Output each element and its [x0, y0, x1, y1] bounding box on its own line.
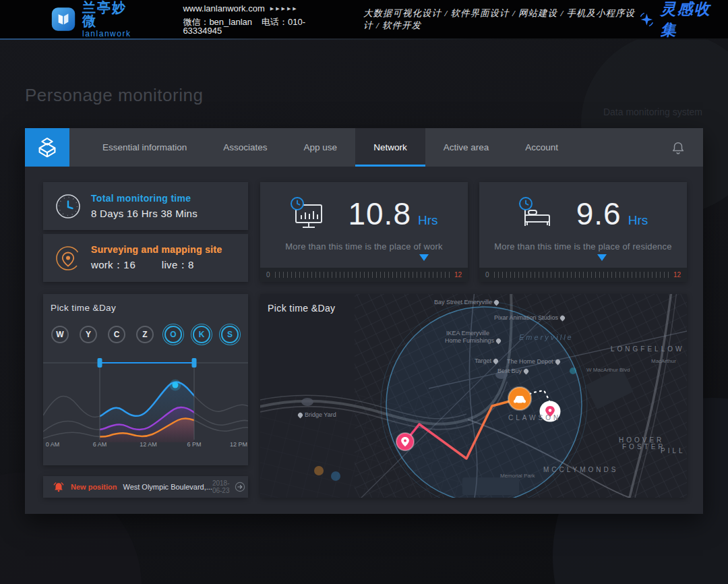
data-point-marker[interactable] — [173, 382, 179, 388]
work-hours-value: 10.8 — [348, 196, 411, 232]
x-tick: 0 AM — [46, 441, 60, 448]
live-label: live： — [162, 259, 188, 270]
home-module-button[interactable] — [25, 128, 69, 167]
ruler-max: 12 — [454, 271, 462, 279]
alert-address: West Olympic Boulevard,... — [123, 483, 212, 491]
dashboard-panel: Essential information Associates App use… — [25, 128, 703, 514]
time-day-picker-card: Pick time &Day W Y C Z O K S — [43, 294, 248, 465]
book-logo-icon — [51, 5, 75, 33]
bed-clock-icon — [518, 196, 556, 231]
surveying-title: Surveying and mapping site — [91, 244, 222, 255]
ruler-min: 0 — [266, 271, 270, 279]
brand-logo: 兰亭妙微 lanlanwork — [51, 1, 134, 38]
work-hours-card: 10.8 Hrs More than this time is the plac… — [260, 182, 468, 282]
live-value: 8 — [188, 259, 194, 270]
tab-bar: Essential information Associates App use… — [25, 128, 703, 167]
promo-banner: 兰亭妙微 lanlanwork www.lanlanwork.com ▶▶▶▶▶… — [0, 0, 728, 38]
page-title: Personage monitoring — [25, 85, 203, 106]
services-text: 大数据可视化设计 / 软件界面设计 / 网站建设 / 手机及小程序设计 / 软件… — [363, 7, 638, 32]
x-tick: 6 AM — [93, 441, 107, 448]
residence-hours-caption: More than this time is the place of resi… — [479, 241, 687, 252]
ruler-min: 0 — [485, 271, 489, 279]
residence-hours-card: 9.6 Hrs More than this time is the place… — [479, 182, 687, 282]
alarm-icon — [53, 481, 65, 493]
collect-text: 灵感收集 — [661, 0, 716, 40]
ruler-ticks — [275, 272, 450, 278]
residence-hours-unit: Hrs — [628, 213, 648, 228]
range-handle-left[interactable] — [98, 358, 102, 368]
tab-app-use[interactable]: App use — [286, 128, 356, 167]
residence-gauge-ruler[interactable]: 0 12 — [479, 268, 687, 282]
residence-hours-value: 9.6 — [576, 196, 621, 232]
surveying-row: Surveying and mapping site work：16live：8 — [43, 234, 248, 282]
total-monitoring-row: Total monitoring time 8 Days 16 Hrs 38 M… — [43, 182, 248, 230]
tab-associates[interactable]: Associates — [205, 128, 285, 167]
work-value: 16 — [123, 259, 136, 270]
start-marker[interactable] — [396, 433, 414, 450]
day-button-k[interactable]: K — [193, 326, 210, 343]
x-tick: 6 PM — [187, 441, 201, 448]
day-button-s[interactable]: S — [221, 326, 239, 343]
bell-icon — [671, 140, 686, 155]
work-hours-unit: Hrs — [418, 213, 438, 228]
range-handle-right[interactable] — [192, 358, 197, 368]
x-axis-labels: 0 AM 6 AM 12 AM 6 PM 12 PM — [43, 441, 248, 452]
notifications-button[interactable] — [671, 128, 686, 167]
destination-marker[interactable] — [540, 401, 561, 422]
total-monitoring-title: Total monitoring time — [91, 193, 198, 204]
heat-dot-orange — [314, 466, 324, 475]
day-button-c[interactable]: C — [108, 326, 125, 343]
screen: 兰亭妙微 lanlanwork www.lanlanwork.com ▶▶▶▶▶… — [0, 0, 728, 584]
alert-label: New position — [71, 483, 117, 491]
vehicle-marker[interactable] — [508, 387, 531, 410]
contact-block: www.lanlanwork.com ▶▶▶▶▶ 微信：ben_lanlan电话… — [183, 4, 317, 35]
layers-box-icon — [34, 135, 60, 160]
website-text: www.lanlanwork.com — [183, 4, 264, 13]
ruler-ticks — [494, 272, 669, 278]
new-position-alert: New position West Olympic Boulevard,... … — [43, 476, 248, 498]
x-tick: 12 AM — [140, 441, 157, 448]
x-tick: 12 PM — [230, 441, 247, 448]
work-hours-caption: More than this time is the place of work — [260, 241, 468, 252]
map-title: Pick time &Day — [268, 303, 336, 314]
picker-title: Pick time &Day — [51, 303, 116, 313]
ruler-max: 12 — [673, 271, 681, 279]
monitor-clock-icon — [290, 196, 328, 231]
day-button-row: W Y C Z O K S — [51, 326, 239, 343]
residence-gauge-marker[interactable] — [597, 254, 607, 266]
surveying-values: work：16live：8 — [91, 259, 222, 272]
brand-name-cn: 兰亭妙微 — [82, 1, 134, 28]
map-card: Bay Street Emeryville Pixar Animation St… — [260, 294, 687, 498]
page-subtitle: Data monitoring system — [603, 107, 702, 117]
work-label: work： — [91, 259, 123, 270]
work-gauge-ruler[interactable]: 0 12 — [260, 268, 468, 282]
alert-date: 2018-06-23 — [212, 479, 230, 494]
day-button-o[interactable]: O — [164, 326, 182, 343]
tab-network[interactable]: Network — [355, 128, 425, 167]
arrow-circle-icon — [235, 481, 245, 492]
heat-dot-blue — [331, 471, 340, 481]
stat-card: Total monitoring time 8 Days 16 Hrs 38 M… — [43, 182, 248, 282]
tab-active-area[interactable]: Active area — [425, 128, 508, 167]
tab-list: Essential information Associates App use… — [84, 128, 576, 167]
day-button-w[interactable]: W — [51, 326, 69, 343]
heat-dot-teal — [570, 368, 576, 374]
clock-icon — [55, 193, 82, 220]
map-canvas[interactable] — [260, 294, 687, 498]
alert-go-button[interactable] — [235, 481, 245, 492]
tab-account[interactable]: Account — [507, 128, 576, 167]
brand-name-en: lanlanwork — [82, 30, 134, 38]
sparkle-star-icon — [638, 9, 655, 30]
collect-group: 灵感收集 — [638, 0, 716, 40]
map-pin-icon — [55, 245, 82, 272]
total-monitoring-value: 8 Days 16 Hrs 38 Mins — [91, 208, 198, 219]
arrows-decoration: ▶▶▶▶▶ — [270, 6, 299, 11]
day-button-y[interactable]: Y — [80, 326, 97, 343]
activity-wave-chart — [43, 353, 248, 442]
day-button-z[interactable]: Z — [136, 326, 154, 343]
tab-essential-information[interactable]: Essential information — [84, 128, 205, 167]
work-gauge-marker[interactable] — [419, 254, 429, 266]
